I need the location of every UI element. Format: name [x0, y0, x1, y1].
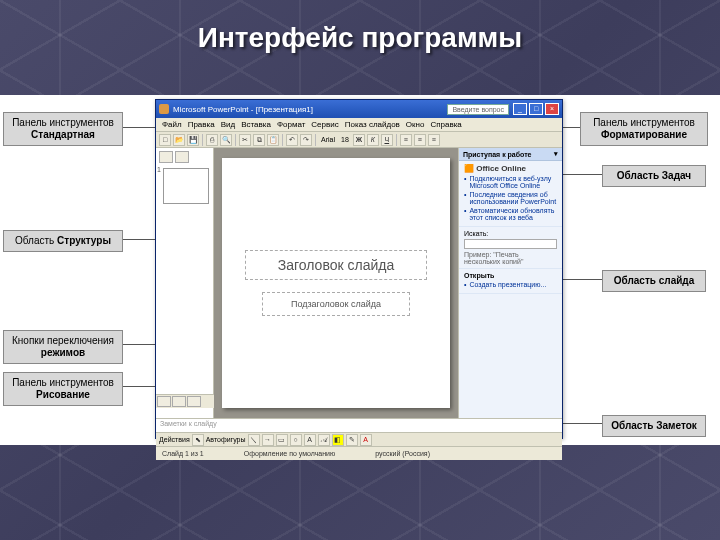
taskpane-header[interactable]: Приступая к работе▾: [459, 148, 562, 161]
diagram-container: Панель инструментов Стандартная Область …: [0, 95, 720, 445]
search-input[interactable]: [464, 239, 557, 249]
window-title: Microsoft PowerPoint - [Презентация1]: [173, 105, 313, 114]
copy-icon[interactable]: ⧉: [253, 134, 265, 146]
cut-icon[interactable]: ✂: [239, 134, 251, 146]
powerpoint-window: Microsoft PowerPoint - [Презентация1] Вв…: [155, 99, 563, 439]
label-outline-area: Область Структуры: [3, 230, 123, 252]
task-pane[interactable]: Приступая к работе▾ 🟧 Office Online Подк…: [458, 148, 562, 418]
fill-icon[interactable]: ◧: [332, 434, 344, 446]
menu-edit[interactable]: Правка: [188, 120, 215, 129]
italic-icon[interactable]: К: [367, 134, 379, 146]
slide-edit-area[interactable]: Заголовок слайда Подзаголовок слайда: [214, 148, 458, 418]
font-color-icon[interactable]: A: [360, 434, 372, 446]
align-center-icon[interactable]: ≡: [414, 134, 426, 146]
slide-canvas[interactable]: Заголовок слайда Подзаголовок слайда: [222, 158, 450, 408]
window-titlebar[interactable]: Microsoft PowerPoint - [Презентация1] Вв…: [156, 100, 562, 118]
autoshapes-menu[interactable]: Автофигуры: [206, 436, 246, 443]
status-slide-count: Слайд 1 из 1: [162, 450, 204, 457]
align-right-icon[interactable]: ≡: [428, 134, 440, 146]
menu-tools[interactable]: Сервис: [311, 120, 338, 129]
save-icon[interactable]: 💾: [187, 134, 199, 146]
taskpane-link[interactable]: Подключиться к веб-узлу Microsoft Office…: [464, 175, 557, 189]
underline-icon[interactable]: Ч: [381, 134, 393, 146]
font-select[interactable]: Arial: [319, 136, 337, 143]
status-language: русский (Россия): [375, 450, 430, 457]
arrow-icon[interactable]: →: [262, 434, 274, 446]
label-standard-toolbar: Панель инструментов Стандартная: [3, 112, 123, 146]
thumb-number: 1: [157, 166, 161, 173]
textbox-icon[interactable]: A: [304, 434, 316, 446]
chevron-down-icon[interactable]: ▾: [554, 150, 558, 158]
menu-view[interactable]: Вид: [221, 120, 235, 129]
outline-tab[interactable]: [159, 151, 173, 163]
taskpane-link[interactable]: Автоматически обновлять этот список из в…: [464, 207, 557, 221]
draw-menu[interactable]: Действия: [159, 436, 190, 443]
menu-insert[interactable]: Вставка: [241, 120, 271, 129]
label-task-pane: Область Задач: [602, 165, 706, 187]
menu-format[interactable]: Формат: [277, 120, 305, 129]
size-select[interactable]: 18: [339, 136, 351, 143]
label-slide-area: Область слайда: [602, 270, 706, 292]
print-icon[interactable]: ⎙: [206, 134, 218, 146]
drawing-toolbar: Действия ⬉ Автофигуры ＼ → ▭ ○ A 𝒜 ◧ ✎ A: [156, 432, 562, 446]
menu-bar: Файл Правка Вид Вставка Формат Сервис По…: [156, 118, 562, 132]
status-bar: Слайд 1 из 1 Оформление по умолчанию рус…: [156, 446, 562, 460]
menu-help[interactable]: Справка: [430, 120, 461, 129]
notes-pane[interactable]: Заметки к слайду: [156, 418, 562, 432]
open-label: Открыть: [464, 272, 557, 279]
paste-icon[interactable]: 📋: [267, 134, 279, 146]
oval-icon[interactable]: ○: [290, 434, 302, 446]
normal-view-button[interactable]: [157, 396, 171, 407]
redo-icon[interactable]: ↷: [300, 134, 312, 146]
open-icon[interactable]: 📂: [173, 134, 185, 146]
wordart-icon[interactable]: 𝒜: [318, 434, 330, 446]
align-left-icon[interactable]: ≡: [400, 134, 412, 146]
line-color-icon[interactable]: ✎: [346, 434, 358, 446]
undo-icon[interactable]: ↶: [286, 134, 298, 146]
select-icon[interactable]: ⬉: [192, 434, 204, 446]
taskpane-link[interactable]: Последние сведения об использовании Powe…: [464, 191, 557, 205]
page-title: Интерфейс программы: [0, 0, 720, 70]
close-button[interactable]: ×: [545, 103, 559, 115]
label-formatting-toolbar: Панель инструментов Форматирование: [580, 112, 708, 146]
bold-icon[interactable]: Ж: [353, 134, 365, 146]
label-drawing-toolbar: Панель инструментов Рисование: [3, 372, 123, 406]
menu-file[interactable]: Файл: [162, 120, 182, 129]
minimize-button[interactable]: _: [513, 103, 527, 115]
maximize-button[interactable]: □: [529, 103, 543, 115]
label-notes-area: Область Заметок: [602, 415, 706, 437]
search-example: Пример: "Печать нескольких копий": [464, 251, 557, 265]
menu-slideshow[interactable]: Показ слайдов: [345, 120, 400, 129]
slide-subtitle-placeholder[interactable]: Подзаголовок слайда: [262, 292, 410, 316]
status-design: Оформление по умолчанию: [244, 450, 336, 457]
slides-tab[interactable]: [175, 151, 189, 163]
sorter-view-button[interactable]: [172, 396, 186, 407]
line-icon[interactable]: ＼: [248, 434, 260, 446]
search-label: Искать:: [464, 230, 557, 237]
menu-window[interactable]: Окно: [406, 120, 425, 129]
preview-icon[interactable]: 🔍: [220, 134, 232, 146]
slide-thumbnail[interactable]: [163, 168, 209, 204]
outline-pane[interactable]: 1: [156, 148, 214, 418]
view-buttons: [156, 394, 214, 408]
create-presentation-link[interactable]: Создать презентацию...: [464, 281, 557, 288]
slideshow-view-button[interactable]: [187, 396, 201, 407]
standard-toolbar: □ 📂 💾 ⎙ 🔍 ✂ ⧉ 📋 ↶ ↷ Arial 18 Ж К Ч ≡ ≡ ≡: [156, 132, 562, 148]
app-icon: [159, 104, 169, 114]
label-view-buttons: Кнопки переключения режимов: [3, 330, 123, 364]
rect-icon[interactable]: ▭: [276, 434, 288, 446]
slide-title-placeholder[interactable]: Заголовок слайда: [245, 250, 427, 280]
office-online-logo: 🟧 Office Online: [464, 164, 557, 173]
new-icon[interactable]: □: [159, 134, 171, 146]
help-search-input[interactable]: Введите вопрос: [447, 104, 509, 115]
